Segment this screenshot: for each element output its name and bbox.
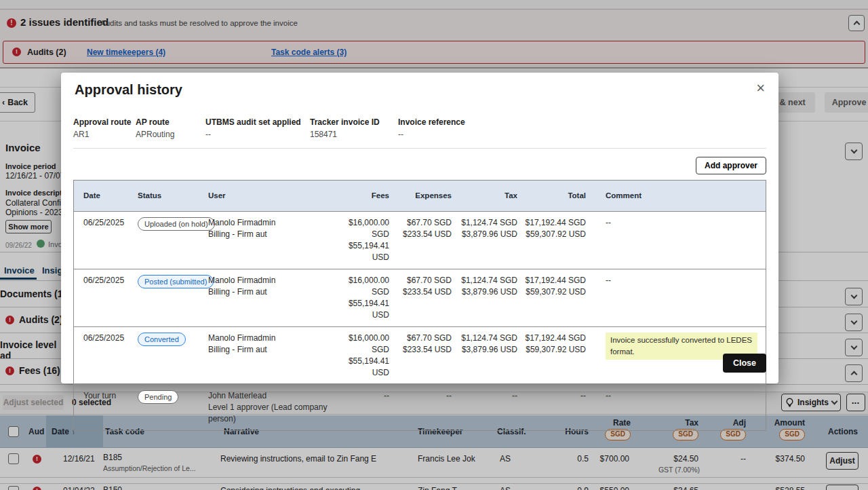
- col-total: Total: [521, 181, 589, 211]
- approval-table: Date Status User Fees Expenses Tax Total…: [73, 180, 766, 431]
- approval-table-header: Date Status User Fees Expenses Tax Total…: [74, 181, 766, 211]
- meta-label: Invoice reference: [398, 117, 465, 127]
- approval-expenses: $67.70 SGD$233.54 USD: [393, 212, 455, 269]
- approval-expenses: $67.70 SGD$233.54 USD: [393, 327, 455, 384]
- meta-label: Approval route: [73, 117, 131, 127]
- col-expenses: Expenses: [393, 181, 455, 211]
- close-button[interactable]: Close: [723, 354, 766, 373]
- col-date: Date: [74, 181, 128, 211]
- approval-tax: --: [455, 385, 521, 430]
- approval-date: Your turn: [74, 385, 128, 430]
- col-fees: Fees: [332, 181, 393, 211]
- approval-tax: $1,124.74 SGD$3,879.96 USD: [455, 212, 521, 269]
- approval-date: 06/25/2025: [74, 212, 128, 269]
- col-status: Status: [128, 181, 199, 211]
- meta-label: Tracker invoice ID: [310, 117, 380, 127]
- approval-total: --: [521, 385, 589, 430]
- meta-value: 158471: [310, 130, 337, 139]
- meta-label: UTBMS audit set applied: [205, 117, 301, 127]
- approval-row: 06/25/2025 Converted Manolo FirmadminBil…: [74, 326, 766, 384]
- approval-row: 06/25/2025 Posted (submitted) Manolo Fir…: [74, 269, 766, 326]
- approval-comment: --: [589, 269, 766, 326]
- approval-fees: $16,000.00 SGD$55,194.41 USD: [332, 327, 393, 384]
- approval-user: Manolo FirmadminBilling - Firm aut: [199, 327, 332, 384]
- approval-user: Manolo FirmadminBilling - Firm aut: [199, 269, 332, 326]
- meta-label: AP route: [136, 117, 170, 127]
- approval-comment: --: [589, 385, 766, 430]
- add-approver-label: Add approver: [705, 161, 757, 170]
- approval-row: 06/25/2025 Uploaded (on hold) Manolo Fir…: [74, 211, 766, 269]
- divider: [73, 148, 766, 149]
- approval-date: 06/25/2025: [74, 269, 128, 326]
- approval-fees: --: [332, 385, 393, 430]
- page: 2 issues identified Audits and tasks mus…: [0, 0, 868, 490]
- approval-tax: $1,124.74 SGD$3,879.96 USD: [455, 327, 521, 384]
- modal-title: Approval history: [75, 82, 182, 98]
- status-badge: Converted: [138, 333, 186, 346]
- col-user: User: [199, 181, 332, 211]
- approval-total: $17,192.44 SGD$59,307.92 USD: [521, 212, 589, 269]
- approval-expenses: $67.70 SGD$233.54 USD: [393, 269, 455, 326]
- approval-history-modal: Approval history × Approval route AR1 AP…: [61, 73, 778, 383]
- approval-date: 06/25/2025: [74, 327, 128, 384]
- approval-expenses: --: [393, 385, 455, 430]
- meta-value: AR1: [73, 130, 89, 139]
- approval-user: John MatterleadLevel 1 approver (Lead co…: [199, 385, 332, 430]
- col-tax: Tax: [455, 181, 521, 211]
- approval-fees: $16,000.00 SGD$55,194.41 USD: [332, 269, 393, 326]
- add-approver-button[interactable]: Add approver: [696, 157, 766, 174]
- approval-row: Your turn Pending John MatterleadLevel 1…: [74, 384, 766, 430]
- meta-value: APRouting: [136, 130, 174, 139]
- meta-value: --: [205, 130, 211, 139]
- approval-total: $17,192.44 SGD$59,307.92 USD: [521, 327, 589, 384]
- approval-user: Manolo FirmadminBilling - Firm aut: [199, 212, 332, 269]
- meta-value: --: [398, 130, 403, 139]
- status-badge: Pending: [138, 390, 178, 404]
- approval-fees: $16,000.00 SGD$55,194.41 USD: [332, 212, 393, 269]
- col-comment: Comment: [589, 181, 766, 211]
- close-label: Close: [733, 358, 756, 368]
- approval-comment: --: [589, 212, 766, 269]
- close-icon[interactable]: ×: [756, 81, 765, 96]
- approval-tax: $1,124.74 SGD$3,879.96 USD: [455, 269, 521, 326]
- approval-total: $17,192.44 SGD$59,307.92 USD: [521, 269, 589, 326]
